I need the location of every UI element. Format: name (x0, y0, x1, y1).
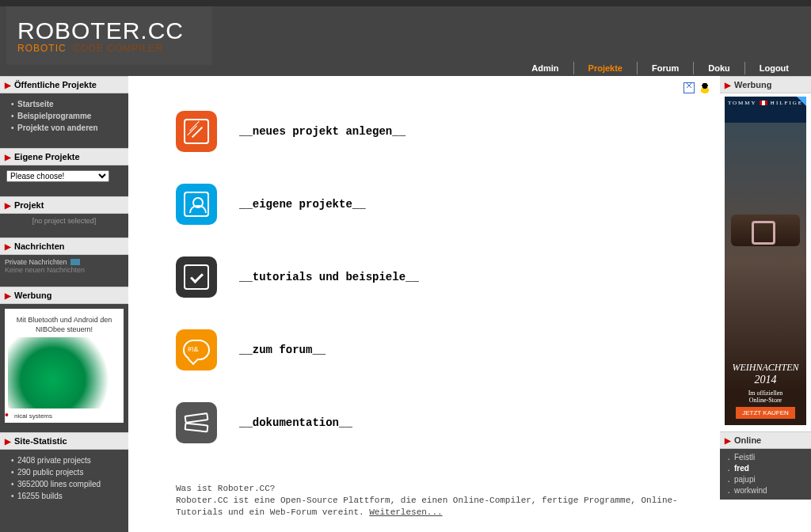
nav-forum[interactable]: Forum (637, 62, 693, 74)
sb-public-list: Startseite Beispielprogramme Projekte vo… (11, 98, 122, 134)
hub-tutorials[interactable]: __tutorials und beispiele__ (239, 271, 419, 283)
tux-icon[interactable] (699, 82, 710, 93)
ad-board-image (8, 337, 120, 408)
sb-public-head: ▶Öffentliche Projekte (0, 76, 128, 93)
documentation-icon[interactable] (176, 402, 217, 443)
logo-title: ROBOTER.CC (17, 17, 200, 44)
about-text: Was ist Roboter.CC? Roboter.CC ist eine … (128, 483, 720, 526)
sb-messages: ▶Nachrichten Private Nachrichten Keine n… (0, 238, 128, 277)
nav-logout[interactable]: Logout (744, 62, 803, 74)
online-user[interactable]: pajupi (729, 474, 806, 485)
mail-icon[interactable] (683, 82, 695, 93)
nav-doku[interactable]: Doku (693, 62, 744, 74)
stat-row: 290 public projects (11, 466, 122, 478)
sidebar-item-andere[interactable]: Projekte von anderen (17, 124, 98, 132)
left-sidebar: ▶Öffentliche Projekte Startseite Beispie… (0, 76, 128, 532)
ad-belt-image (731, 215, 800, 246)
hub-documentation[interactable]: __dokumentation__ (239, 416, 352, 429)
flag-icon (760, 101, 767, 105)
stat-row: 16255 builds (11, 490, 122, 502)
hub-forum[interactable]: __zum forum__ (239, 344, 326, 356)
site-header: ROBOTER.CC ROBOTIC CODE COMPILER Admin P… (0, 6, 811, 76)
read-more-link[interactable]: Weiterlesen... (369, 507, 442, 517)
stats-list: 2408 private projects 290 public project… (11, 454, 122, 502)
sb-own-projects: ▶Eigene Projekte Please choose! (0, 148, 128, 187)
nav-projekte[interactable]: Projekte (573, 62, 637, 74)
sb-ads: ▶Werbung Mit Bluetooth und Android den N… (0, 287, 128, 423)
new-project-icon[interactable] (176, 111, 217, 152)
online-user[interactable]: Feistli (729, 452, 806, 463)
tutorials-icon[interactable] (176, 256, 217, 298)
sb-public-projects: ▶Öffentliche Projekte Startseite Beispie… (0, 76, 128, 139)
right-ad-banner[interactable]: TOMMY HILFIGE WEIHNACHTEN 2014 Im offizi… (725, 97, 806, 425)
hub-new-project[interactable]: __neues projekt anlegen__ (239, 125, 406, 138)
envelope-icon (70, 259, 80, 265)
online-user[interactable]: fred (729, 463, 806, 474)
sb-ads-head: ▶Werbung (0, 287, 128, 304)
sb-stats-head: ▶Site-Statistic (0, 432, 128, 450)
no-new-messages-label: Keine neuen Nachrichten (5, 266, 124, 274)
sb-project-head: ▶Projekt (0, 196, 128, 214)
online-users-list: Feistli fred pajupi workwind (720, 449, 811, 500)
sb-messages-head: ▶Nachrichten (0, 238, 128, 255)
logo-subtitle: ROBOTIC CODE COMPILER (17, 43, 200, 54)
rb-ads-head: ▶Werbung (720, 76, 811, 93)
ad-buy-button[interactable]: JETZT KAUFEN (736, 407, 795, 419)
right-sidebar: ▶Werbung TOMMY HILFIGE WEIHNACHTEN 2014 … (720, 76, 811, 532)
logo[interactable]: ROBOTER.CC ROBOTIC CODE COMPILER (6, 6, 212, 65)
sb-project: ▶Projekt [no project selected] (0, 196, 128, 228)
main-content: __neues projekt anlegen__ __eigene proje… (128, 76, 720, 532)
own-projects-icon[interactable] (176, 184, 217, 225)
nav-admin[interactable]: Admin (517, 62, 573, 74)
online-user[interactable]: workwind (729, 485, 806, 496)
sidebar-ad[interactable]: Mit Bluetooth und Android den NIBObee st… (5, 309, 124, 423)
no-project-selected-label: [no project selected] (0, 214, 128, 228)
hub-own-projects[interactable]: __eigene projekte__ (239, 198, 366, 211)
sidebar-item-startseite[interactable]: Startseite (17, 100, 54, 108)
stat-row: 3652000 lines compiled (11, 478, 122, 490)
sidebar-item-beispiele[interactable]: Beispielprogramme (17, 112, 91, 120)
forum-icon[interactable] (176, 329, 217, 370)
sb-own-head: ▶Eigene Projekte (0, 148, 128, 165)
stat-row: 2408 private projects (11, 454, 122, 466)
sb-stats: ▶Site-Statistic 2408 private projects 29… (0, 432, 128, 507)
top-nav: Admin Projekte Forum Doku Logout (517, 62, 803, 74)
own-project-select[interactable]: Please choose! (6, 170, 109, 182)
private-messages-link[interactable]: Private Nachrichten (5, 258, 124, 266)
rb-online-head: ▶Online (720, 431, 811, 449)
